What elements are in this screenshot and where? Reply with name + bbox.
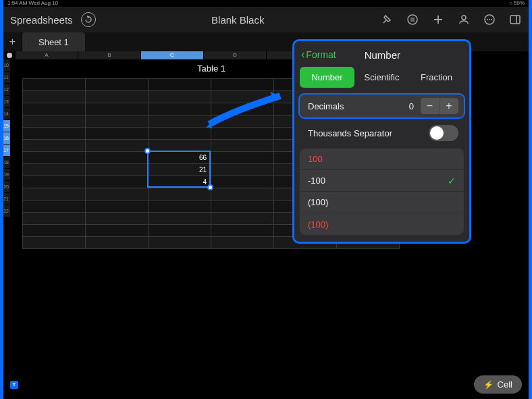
cell[interactable] xyxy=(211,164,274,176)
cell[interactable]: 21 xyxy=(149,164,211,176)
list-icon[interactable] xyxy=(406,13,419,26)
cell[interactable]: 66 xyxy=(149,152,211,164)
negative-format-option[interactable]: (100) xyxy=(300,213,464,235)
cell[interactable] xyxy=(211,91,274,103)
cell[interactable] xyxy=(86,176,149,188)
column-header-A[interactable]: A xyxy=(16,51,78,59)
cell[interactable] xyxy=(23,225,86,237)
add-icon[interactable] xyxy=(431,13,445,26)
column-header-D[interactable]: D xyxy=(204,51,267,59)
cell[interactable] xyxy=(149,79,211,91)
cell[interactable] xyxy=(149,103,211,115)
cell[interactable] xyxy=(23,237,86,249)
row-header-19[interactable]: 19 xyxy=(3,169,10,181)
more-icon[interactable] xyxy=(483,13,496,26)
thousands-toggle[interactable] xyxy=(429,125,458,141)
cell[interactable] xyxy=(86,103,149,115)
cell[interactable] xyxy=(149,237,211,249)
tab-scientific[interactable]: Scientific xyxy=(354,67,409,88)
document-title[interactable]: Blank Black xyxy=(211,14,264,26)
cell[interactable] xyxy=(211,237,274,249)
cell[interactable] xyxy=(23,103,86,115)
column-header-B[interactable]: B xyxy=(78,51,141,59)
cell[interactable] xyxy=(149,225,211,237)
cell[interactable] xyxy=(211,152,274,164)
sidebar-icon[interactable] xyxy=(508,13,522,26)
cell-mode-button[interactable]: ⚡ Cell xyxy=(474,375,522,394)
row-header-10[interactable]: 10 xyxy=(3,59,10,72)
back-spreadsheets[interactable]: Spreadsheets xyxy=(10,14,73,26)
row-header-17[interactable]: 17 xyxy=(3,144,10,157)
decimals-increment[interactable]: + xyxy=(440,98,458,114)
cell[interactable] xyxy=(149,128,211,140)
row-header-21[interactable]: 21 xyxy=(3,193,10,205)
cell[interactable] xyxy=(86,79,149,91)
cell[interactable] xyxy=(149,140,211,152)
cell[interactable] xyxy=(211,140,274,152)
column-header-C[interactable]: C xyxy=(141,51,204,59)
cell[interactable] xyxy=(23,213,86,225)
cell[interactable] xyxy=(23,188,86,201)
cell[interactable] xyxy=(86,237,149,249)
row-header-20[interactable]: 20 xyxy=(3,181,10,193)
cell[interactable] xyxy=(86,91,149,103)
cell[interactable] xyxy=(211,128,274,140)
row-header-13[interactable]: 13 xyxy=(3,96,10,108)
negative-format-option[interactable]: (100) xyxy=(300,192,464,213)
cell[interactable] xyxy=(86,188,149,201)
collaborate-icon[interactable] xyxy=(457,13,471,26)
cell[interactable] xyxy=(86,115,149,128)
cell[interactable] xyxy=(211,201,274,213)
cell[interactable] xyxy=(86,164,149,176)
cell[interactable] xyxy=(86,225,149,237)
cell[interactable]: 4 xyxy=(149,176,211,188)
cell[interactable] xyxy=(211,115,274,128)
cell[interactable] xyxy=(211,176,274,188)
decimals-decrement[interactable]: − xyxy=(421,98,440,114)
cell[interactable] xyxy=(23,201,86,213)
undo-history-icon[interactable] xyxy=(81,12,96,27)
selection-handle-br[interactable] xyxy=(207,184,213,190)
cell[interactable] xyxy=(23,152,86,164)
cell[interactable] xyxy=(23,91,86,103)
cell[interactable] xyxy=(23,140,86,152)
row-header-16[interactable]: 16 xyxy=(3,132,10,144)
cell[interactable] xyxy=(149,115,211,128)
row-header-22[interactable]: 22 xyxy=(3,205,10,217)
cell[interactable] xyxy=(211,225,274,237)
cell[interactable] xyxy=(86,140,149,152)
cell[interactable] xyxy=(149,91,211,103)
tab-fraction[interactable]: Fraction xyxy=(409,67,464,88)
select-all-corner[interactable] xyxy=(3,51,16,59)
add-sheet-button[interactable]: + xyxy=(3,32,22,51)
cell[interactable] xyxy=(211,188,274,201)
cell[interactable] xyxy=(23,176,86,188)
cell[interactable] xyxy=(149,201,211,213)
cell[interactable] xyxy=(211,103,274,115)
cell[interactable] xyxy=(211,79,274,91)
cell[interactable] xyxy=(86,128,149,140)
selection-handle-tl[interactable] xyxy=(144,148,151,154)
row-header-12[interactable]: 12 xyxy=(3,84,10,96)
tab-number[interactable]: Number xyxy=(300,67,354,88)
pin-icon[interactable] xyxy=(380,13,394,26)
row-header-11[interactable]: 11 xyxy=(3,72,10,84)
row-header-15[interactable]: 15 xyxy=(3,120,10,132)
cell[interactable] xyxy=(149,188,211,201)
cell[interactable] xyxy=(149,213,211,225)
sheet-tab[interactable]: Sheet 1 xyxy=(22,32,85,51)
thousands-row: Thousands Separator xyxy=(300,122,464,144)
negative-format-option[interactable]: -100✓ xyxy=(300,170,464,192)
cell[interactable] xyxy=(23,79,86,91)
cell[interactable] xyxy=(23,115,86,128)
cell[interactable] xyxy=(86,213,149,225)
row-header-14[interactable]: 14 xyxy=(3,108,10,120)
cell[interactable] xyxy=(23,128,86,140)
cell[interactable] xyxy=(211,213,274,225)
negative-format-option[interactable]: 100 xyxy=(300,149,464,170)
row-header-18[interactable]: 18 xyxy=(3,157,10,169)
cell[interactable] xyxy=(23,164,86,176)
cell[interactable] xyxy=(86,201,149,213)
bottom-hint: T xyxy=(10,381,22,389)
cell[interactable] xyxy=(86,152,149,164)
